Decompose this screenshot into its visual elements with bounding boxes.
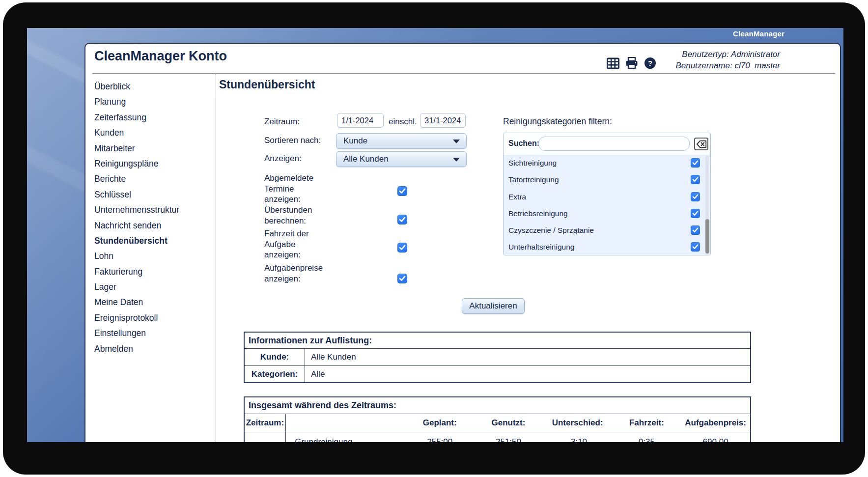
sidebar-item-lohn[interactable]: Lohn	[94, 249, 212, 264]
sidebar-divider	[216, 74, 216, 442]
totals-header-row: Zeitraum: Geplant: Genutzt: Unterschied:…	[245, 414, 750, 432]
desktop-background: CleanManager CleanManager Konto	[27, 28, 843, 442]
backspace-icon	[696, 140, 707, 148]
info-table: Informationen zur Auflistung: Kunde: All…	[244, 332, 751, 383]
sidebar-item-nachricht-senden[interactable]: Nachricht senden	[94, 218, 212, 233]
window-title: CleanManager Konto	[94, 49, 227, 64]
search-label: Suchen:	[508, 139, 539, 148]
abgemeldete-termine-checkbox[interactable]	[397, 186, 407, 196]
show-select[interactable]: Alle Kunden	[336, 151, 467, 167]
sort-label: Sortieren nach:	[264, 136, 321, 145]
sidebar-item-planung[interactable]: Planung	[94, 94, 212, 110]
category-label: Extra	[508, 193, 526, 201]
sidebar-item-mitarbeiter[interactable]: Mitarbeiter	[94, 141, 212, 156]
cell-fahrzeit: 0:35	[613, 432, 681, 442]
category-label: Betriebsreinigung	[508, 209, 568, 218]
search-input[interactable]	[538, 137, 690, 151]
checkbox-label-fahrzeit: Fahrzeit der Aufgabe anzeigen:	[264, 228, 328, 260]
aktualisieren-button[interactable]: Aktualisieren	[462, 298, 525, 314]
category-row: Czyszczenie / Sprzątanie	[504, 222, 710, 239]
chevron-down-icon	[453, 140, 460, 143]
table-row: - Grundreinigung 255:00 251:50 -3:10 0:3…	[245, 432, 750, 442]
info-row-value: Alle Kunden	[305, 349, 750, 365]
user-name: Benutzername: cl70_master	[675, 60, 780, 71]
show-label: Anzeigen:	[264, 154, 302, 164]
table-row: Kunde: Alle Kunden	[245, 349, 750, 365]
sidebar-item-fakturierung[interactable]: Fakturierung	[94, 264, 212, 280]
sidebar-item-meine-daten[interactable]: Meine Daten	[94, 295, 212, 310]
cell-unterschied: -3:10	[543, 432, 613, 442]
header-divider	[92, 73, 835, 74]
sidebar-item-einstellungen[interactable]: Einstellungen	[94, 326, 212, 341]
date-to-input[interactable]	[420, 113, 466, 128]
chevron-down-icon	[453, 158, 460, 162]
sidebar-item-ereignisprotokoll[interactable]: Ereignisprotokoll	[94, 310, 212, 326]
sidebar-item-ueberblick[interactable]: Überblick	[94, 79, 212, 94]
page-title: Stundenübersicht	[219, 78, 315, 91]
sidebar-nav: Überblick Planung Zeiterfassung Kunden M…	[94, 79, 212, 357]
sidebar-item-schluessel[interactable]: Schlüssel	[94, 187, 212, 202]
category-checkbox-betriebsreinigung[interactable]	[691, 209, 700, 218]
print-icon[interactable]	[625, 56, 638, 70]
sidebar-item-kunden[interactable]: Kunden	[94, 125, 212, 140]
category-row: Sichtreinigung	[504, 155, 710, 171]
cell-name: - Grundreinigung	[286, 432, 406, 442]
category-label: Czyszczenie / Sprzątanie	[508, 226, 594, 235]
sidebar-item-unternehmensstruktur[interactable]: Unternehmensstruktur	[94, 202, 212, 218]
user-type: Benutzertyp: Administrator	[675, 49, 780, 60]
checkbox-label-aufgabenpreise: Aufgabenpreise anzeigen:	[264, 263, 328, 284]
sidebar-item-lager[interactable]: Lager	[94, 280, 212, 295]
aufgabenpreise-checkbox[interactable]	[397, 274, 407, 283]
sidebar-item-zeiterfassung[interactable]: Zeiterfassung	[94, 110, 212, 125]
checkbox-label-ueberstunden: Überstunden berechnen:	[264, 205, 328, 226]
user-info: Benutzertyp: Administrator Benutzername:…	[675, 49, 780, 71]
category-row: Tatortreinigung	[504, 171, 710, 188]
category-label: Sichtreinigung	[508, 159, 557, 168]
category-row: Unterhaltsreinigung	[504, 239, 710, 255]
category-row: Betriebsreinigung	[504, 205, 710, 222]
info-row-value: Alle	[305, 366, 750, 382]
category-checkbox-sichtreinigung[interactable]	[691, 158, 700, 168]
sidebar-item-stundenuebersicht[interactable]: Stundenübersicht	[94, 233, 212, 249]
checkbox-label-abgemeldete: Abgemeldete Termine anzeigen:	[264, 173, 328, 205]
col-header-name	[286, 414, 406, 432]
sidebar-item-reinigungsplaene[interactable]: Reinigungspläne	[94, 156, 212, 171]
filter-panel-heading: Reinigungskategorien filtern:	[503, 116, 612, 127]
category-checkbox-tatortreinigung[interactable]	[691, 175, 700, 184]
sort-select[interactable]: Kunde	[336, 133, 467, 149]
col-header-genutzt: Genutzt:	[474, 414, 543, 432]
header-toolbar: ?	[606, 56, 657, 70]
einschl-label: einschl.	[389, 117, 417, 127]
sort-select-value: Kunde	[343, 136, 367, 146]
svg-text:?: ?	[648, 59, 652, 67]
app-window: CleanManager Konto	[84, 43, 841, 442]
sidebar-item-berichte[interactable]: Berichte	[94, 171, 212, 187]
category-checkbox-czyszczenie[interactable]	[691, 225, 700, 235]
col-header-unterschied: Unterschied:	[543, 414, 613, 432]
scrollbar-thumb[interactable]	[705, 219, 709, 253]
fahrzeit-checkbox[interactable]	[397, 243, 407, 253]
category-checkbox-unterhaltsreinigung[interactable]	[691, 242, 700, 252]
filter-panel: Suchen: Sichtreinigung	[503, 133, 711, 255]
col-header-aufgabenpreis: Aufgabenpreis:	[681, 414, 750, 432]
desktop-brand-text: CleanManager	[733, 29, 784, 38]
cell-genutzt: 251:50	[474, 432, 543, 442]
table-view-icon[interactable]	[606, 56, 619, 70]
show-select-value: Alle Kunden	[343, 154, 389, 164]
date-from-input[interactable]	[337, 113, 384, 128]
col-header-geplant: Geplant:	[405, 414, 474, 432]
category-label: Tatortreinigung	[508, 175, 559, 184]
category-row: Extra	[504, 189, 710, 205]
totals-table: Insgesamt während des Zeitraums: Zeitrau…	[244, 396, 751, 442]
help-icon[interactable]: ?	[644, 56, 657, 70]
category-checkbox-extra[interactable]	[691, 192, 700, 201]
category-label: Unterhaltsreinigung	[508, 243, 574, 252]
cell-aufgabenpreis: 690,00	[681, 432, 750, 442]
totals-table-title: Insgesamt während des Zeitraums:	[245, 397, 750, 414]
cell-geplant: 255:00	[405, 432, 474, 442]
zeitraum-label: Zeitraum:	[264, 117, 300, 127]
ueberstunden-checkbox[interactable]	[397, 215, 407, 224]
sidebar-item-abmelden[interactable]: Abmelden	[94, 341, 212, 357]
clear-search-button[interactable]	[694, 138, 708, 150]
category-list: Sichtreinigung Tatortreinigung Extra	[504, 155, 710, 255]
